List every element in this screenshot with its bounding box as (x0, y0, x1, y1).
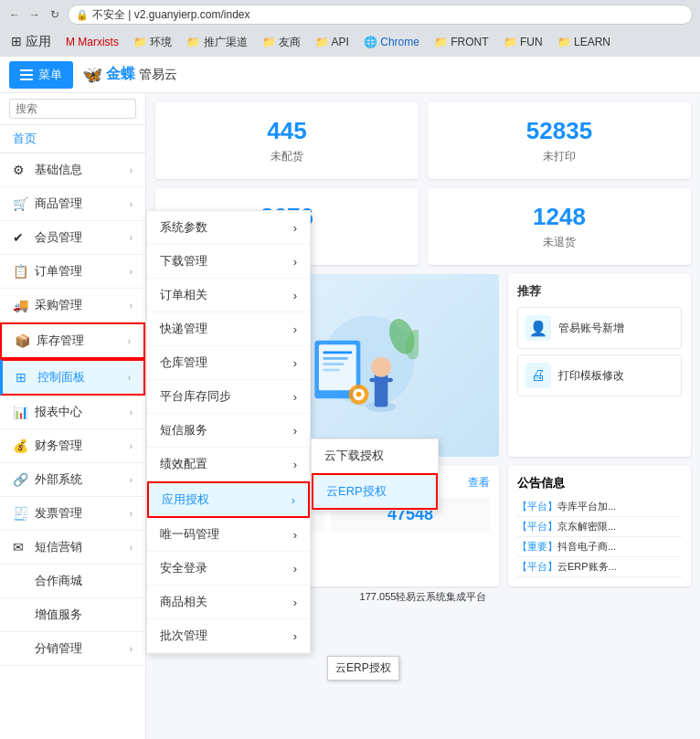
sidebar-item-distribution[interactable]: 分销管理 › (0, 632, 145, 666)
submenu1-label-sysparams: 系统参数 (160, 219, 207, 236)
refresh-button[interactable]: ↻ (48, 7, 62, 22)
stat-label-unshipped: 未配货 (170, 149, 404, 164)
app-header: 菜单 🦋 金蝶 管易云 (0, 57, 700, 93)
sidebar-label-inventory: 库存管理 (37, 333, 84, 349)
sidebar-item-basic-info[interactable]: ⚙基础信息 › (0, 153, 145, 187)
stat-number-unprinted: 52835 (442, 117, 676, 145)
submenu1-system-params[interactable]: 系统参数 › (147, 211, 310, 245)
submenu1-batch[interactable]: 批次管理 › (147, 619, 310, 653)
submenu1-label-sms: 短信服务 (160, 422, 207, 438)
logo-icon: 🦋 (82, 65, 102, 85)
submenu1-performance[interactable]: 绩效配置 › (147, 448, 310, 481)
submenu1-label-express: 快递管理 (160, 321, 207, 337)
sidebar-item-value-added[interactable]: 增值服务 (0, 598, 145, 632)
submenu1-product-related[interactable]: 商品相关 › (147, 586, 310, 619)
sidebar-item-purchase[interactable]: 🚚采购管理 › (0, 289, 145, 322)
app-body: 首页 ⚙基础信息 › 🛒商品管理 › ✔会员管理 › 📋订单管理 › 🚚采购管理… (0, 93, 700, 739)
submenu1-unique-code[interactable]: 唯一码管理 › (147, 518, 310, 552)
svg-rect-16 (385, 378, 393, 383)
stat-number-unshipped: 445 (170, 117, 404, 145)
news-item-1: 【平台】寺库平台加... (517, 497, 682, 517)
recommend-card: 推荐 👤 管易账号新增 🖨 打印模板修改 (508, 274, 691, 457)
sidebar-item-report[interactable]: 📊报表中心 › (0, 396, 145, 429)
sidebar-item-product[interactable]: 🛒商品管理 › (0, 187, 145, 221)
sidebar-item-external[interactable]: 🔗外部系统 › (0, 463, 145, 497)
submenu1-label-product: 商品相关 (160, 594, 207, 610)
recommend-item-account[interactable]: 👤 管易账号新增 (517, 307, 682, 349)
logo-brand: 金蝶 (106, 65, 135, 84)
submenu1-order-related[interactable]: 订单相关 › (147, 279, 310, 312)
menu-button[interactable]: 菜单 (9, 61, 73, 89)
hamburger-icon (20, 69, 33, 80)
submenu1-inventory-sync[interactable]: 平台库存同步 › (147, 380, 310, 414)
forward-button[interactable]: → (27, 7, 42, 22)
sidebar-label-finance: 财务管理 (35, 438, 82, 454)
bookmark-fun[interactable]: 📁 FUN (498, 34, 548, 50)
sidebar-item-member[interactable]: ✔会员管理 › (0, 221, 145, 255)
cart-icon: 🛒 (13, 196, 27, 211)
submenu1-download[interactable]: 下载管理 › (147, 245, 310, 279)
sidebar: 首页 ⚙基础信息 › 🛒商品管理 › ✔会员管理 › 📋订单管理 › 🚚采购管理… (0, 93, 146, 739)
svg-point-14 (371, 357, 391, 377)
arrow-icon: › (130, 301, 133, 311)
submenu1-express[interactable]: 快递管理 › (147, 312, 310, 346)
stat-card-unshipped: 445 未配货 (155, 102, 419, 179)
recommend-label-print: 打印模板修改 (558, 368, 624, 384)
url-text: 不安全 | v2.guanyierp.com/index (92, 7, 250, 23)
sidebar-item-sms[interactable]: ✉短信营销 › (0, 531, 145, 565)
submenu1-secure-login[interactable]: 安全登录 › (147, 552, 310, 586)
svg-rect-8 (323, 352, 352, 354)
sidebar-item-partner[interactable]: 合作商城 (0, 565, 145, 598)
logo-sub: 管易云 (139, 67, 177, 83)
arrow-icon: › (293, 424, 297, 438)
user-add-icon: 👤 (525, 315, 551, 341)
box-icon: 📦 (15, 333, 29, 348)
bookmark-env[interactable]: 📁 环境 (128, 33, 177, 52)
svg-rect-11 (323, 369, 339, 372)
search-input[interactable] (9, 99, 136, 119)
svg-rect-9 (323, 357, 347, 360)
bookmark-api[interactable]: 📁 API (310, 34, 355, 50)
submenu2-cloud-erp[interactable]: 云ERP授权 (312, 473, 438, 510)
svg-rect-15 (369, 378, 377, 383)
sidebar-item-invoice[interactable]: 🧾发票管理 › (0, 497, 145, 531)
truck-icon: 🚚 (13, 298, 27, 312)
address-bar[interactable]: 🔒 不安全 | v2.guanyierp.com/index (68, 5, 693, 25)
sidebar-label-order: 订单管理 (35, 263, 82, 280)
sidebar-item-control-panel[interactable]: ⊞控制面板 › (0, 359, 145, 396)
submenu1-warehouse[interactable]: 仓库管理 › (147, 346, 310, 380)
lock-icon: 🔒 (76, 9, 89, 21)
submenu2-cloud-download[interactable]: 云下载授权 (312, 439, 438, 473)
bookmark-apps[interactable]: ⊞ 应用 (5, 32, 57, 52)
news-tag-4: 【平台】 (517, 561, 557, 572)
bookmark-marxists[interactable]: M Marxists (60, 34, 124, 50)
submenu1: 系统参数 › 下载管理 › 订单相关 › 快递管理 › 仓库管理 › 平台库存同… (146, 210, 311, 654)
bookmark-front[interactable]: 📁 FRONT (429, 34, 494, 50)
bookmark-channel[interactable]: 📁 推广渠道 (181, 33, 252, 52)
bookmarks-bar: ⊞ 应用 M Marxists 📁 环境 📁 推广渠道 📁 友商 📁 API 🌐… (0, 29, 700, 55)
submenu1-sms[interactable]: 短信服务 › (147, 414, 310, 448)
sidebar-home[interactable]: 首页 (0, 125, 145, 153)
sidebar-item-inventory[interactable]: 📦库存管理 › (0, 322, 145, 359)
recommend-title: 推荐 (517, 283, 682, 300)
sidebar-item-order[interactable]: 📋订单管理 › (0, 255, 145, 289)
recommend-item-print[interactable]: 🖨 打印模板修改 (517, 354, 682, 396)
sidebar-item-finance[interactable]: 💰财务管理 › (0, 429, 145, 463)
bookmark-chrome[interactable]: 🌐 Chrome (358, 34, 425, 50)
submenu1-app-auth[interactable]: 应用授权 › (147, 481, 310, 518)
dashboard-icon: ⊞ (16, 370, 30, 385)
submenu1-label-batch: 批次管理 (160, 628, 207, 644)
recommend-label-account: 管易账号新增 (558, 321, 624, 336)
view-link[interactable]: 查看 (468, 475, 490, 491)
submenu1-label-securelogin: 安全登录 (160, 560, 207, 576)
arrow-icon: › (130, 644, 133, 654)
arrow-icon: › (293, 255, 297, 269)
arrow-icon: › (293, 528, 297, 542)
bookmark-learn[interactable]: 📁 LEARN (552, 34, 616, 50)
stat-card-unreturned: 1248 未退货 (428, 188, 691, 265)
back-button[interactable]: ← (7, 7, 22, 22)
stat-card-unprinted: 52835 未打印 (428, 102, 691, 179)
bookmark-friend[interactable]: 📁 友商 (257, 33, 306, 52)
arrow-icon: › (293, 356, 297, 370)
arrow-icon: › (293, 458, 297, 471)
